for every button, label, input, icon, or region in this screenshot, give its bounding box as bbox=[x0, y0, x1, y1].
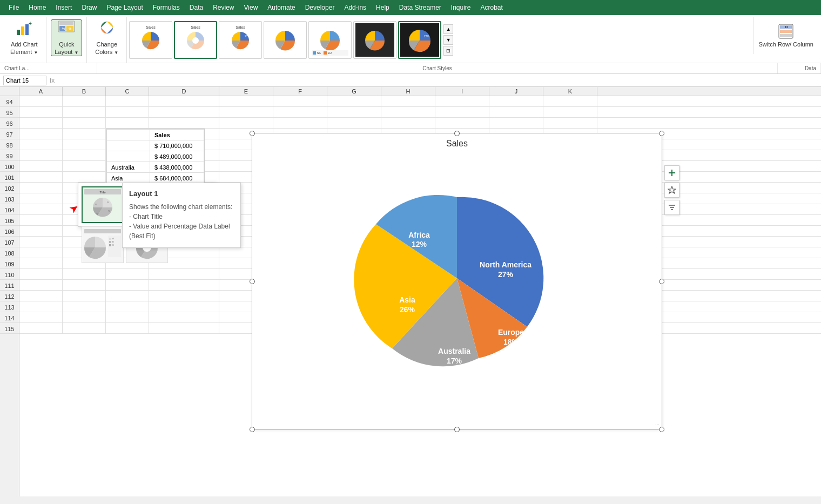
layout-4-thumb[interactable]: A B C bbox=[82, 226, 124, 263]
col-A[interactable]: A bbox=[19, 87, 63, 96]
cell-94-H[interactable] bbox=[381, 96, 435, 107]
menu-automate[interactable]: Automate bbox=[263, 2, 299, 14]
col-K[interactable]: K bbox=[543, 87, 597, 96]
cell-111-A[interactable] bbox=[19, 280, 63, 291]
menu-review[interactable]: Review bbox=[208, 2, 238, 14]
cell-95-H[interactable] bbox=[381, 107, 435, 118]
menu-insert[interactable]: Insert bbox=[51, 2, 76, 14]
cell-112-B[interactable] bbox=[63, 291, 106, 301]
cell-96-F[interactable] bbox=[273, 118, 327, 129]
cell-98-B[interactable] bbox=[63, 139, 106, 150]
cell-101-B[interactable] bbox=[63, 172, 106, 183]
menu-data[interactable]: Data bbox=[185, 2, 207, 14]
cell-95-K[interactable] bbox=[543, 107, 597, 118]
cell-96-I[interactable] bbox=[435, 118, 489, 129]
col-J[interactable]: J bbox=[489, 87, 543, 96]
cell-94-A[interactable] bbox=[19, 96, 63, 107]
cell-94-C[interactable] bbox=[106, 96, 149, 107]
cell-111-C[interactable] bbox=[106, 280, 149, 291]
cell-95-J[interactable] bbox=[489, 107, 543, 118]
cell-94-F[interactable] bbox=[273, 96, 327, 107]
col-B[interactable]: B bbox=[63, 87, 106, 96]
handle-bc[interactable] bbox=[454, 427, 460, 432]
cell-94-G[interactable] bbox=[327, 96, 381, 107]
quick-layout-button[interactable]: % % QuickLayout ▼ bbox=[51, 19, 82, 56]
cell-114-C[interactable] bbox=[106, 312, 149, 323]
cell-102-A[interactable] bbox=[19, 183, 63, 193]
cell-113-D[interactable] bbox=[149, 301, 219, 312]
chart-styles-icon[interactable] bbox=[664, 183, 679, 198]
add-chart-element-icon[interactable] bbox=[664, 165, 679, 180]
col-H[interactable]: H bbox=[381, 87, 435, 96]
col-C[interactable]: C bbox=[106, 87, 149, 96]
cell-94-J[interactable] bbox=[489, 96, 543, 107]
chart-container[interactable]: ⋯ Sales A bbox=[252, 133, 662, 430]
scroll-more-button[interactable]: ⊡ bbox=[443, 46, 453, 56]
menu-add-ins[interactable]: Add-ins bbox=[340, 2, 371, 14]
cell-94-D[interactable] bbox=[149, 96, 219, 107]
switch-row-column-button[interactable]: Switch Row/ Column bbox=[753, 17, 819, 54]
cell-115-D[interactable] bbox=[149, 323, 219, 334]
cell-108-A[interactable] bbox=[19, 247, 63, 258]
cell-111-B[interactable] bbox=[63, 280, 106, 291]
handle-tr[interactable] bbox=[659, 131, 664, 136]
cell-95-A[interactable] bbox=[19, 107, 63, 118]
cell-96-B[interactable] bbox=[63, 118, 106, 129]
menu-data-streamer[interactable]: Data Streamer bbox=[395, 2, 446, 14]
cell-112-D[interactable] bbox=[149, 291, 219, 301]
chart-title[interactable]: Sales bbox=[252, 133, 662, 154]
cell-111-D[interactable] bbox=[149, 280, 219, 291]
chart-filters-icon[interactable] bbox=[664, 200, 679, 215]
cell-115-B[interactable] bbox=[63, 323, 106, 334]
cell-112-A[interactable] bbox=[19, 291, 63, 301]
chart-style-6[interactable] bbox=[353, 21, 396, 59]
cell-101-A[interactable] bbox=[19, 172, 63, 183]
menu-inquire[interactable]: Inquire bbox=[447, 2, 475, 14]
cell-95-G[interactable] bbox=[327, 107, 381, 118]
col-F[interactable]: F bbox=[273, 87, 327, 96]
menu-acrobat[interactable]: Acrobat bbox=[476, 2, 507, 14]
cell-110-B[interactable] bbox=[63, 269, 106, 280]
scroll-down-button[interactable]: ▼ bbox=[443, 35, 453, 45]
menu-page-layout[interactable]: Page Layout bbox=[102, 2, 147, 14]
chart-style-7[interactable]: 27% bbox=[398, 21, 441, 59]
cell-94-I[interactable] bbox=[435, 96, 489, 107]
cell-96-H[interactable] bbox=[381, 118, 435, 129]
cell-95-E[interactable] bbox=[219, 107, 273, 118]
cell-106-A[interactable] bbox=[19, 226, 63, 237]
cell-109-A[interactable] bbox=[19, 258, 63, 269]
cell-98-A[interactable] bbox=[19, 139, 63, 150]
cell-96-E[interactable] bbox=[219, 118, 273, 129]
cell-110-A[interactable] bbox=[19, 269, 63, 280]
cell-110-D[interactable] bbox=[149, 269, 219, 280]
cell-115-A[interactable] bbox=[19, 323, 63, 334]
cell-97-B[interactable] bbox=[63, 129, 106, 139]
handle-ml[interactable] bbox=[250, 279, 255, 284]
handle-br[interactable] bbox=[659, 427, 664, 432]
cell-99-A[interactable] bbox=[19, 150, 63, 161]
cell-94-E[interactable] bbox=[219, 96, 273, 107]
chart-style-4[interactable] bbox=[264, 21, 307, 59]
menu-view[interactable]: View bbox=[240, 2, 263, 14]
cell-110-C[interactable] bbox=[106, 269, 149, 280]
cell-96-G[interactable] bbox=[327, 118, 381, 129]
menu-draw[interactable]: Draw bbox=[77, 2, 101, 14]
cell-105-A[interactable] bbox=[19, 215, 63, 226]
col-E[interactable]: E bbox=[219, 87, 273, 96]
chart-style-1[interactable]: Sales bbox=[129, 21, 172, 59]
cell-103-A[interactable] bbox=[19, 193, 63, 204]
cell-95-D[interactable] bbox=[149, 107, 219, 118]
cell-96-D[interactable] bbox=[149, 118, 219, 129]
chart-style-3[interactable]: Sales 27% bbox=[219, 21, 262, 59]
col-I[interactable]: I bbox=[435, 87, 489, 96]
cell-95-F[interactable] bbox=[273, 107, 327, 118]
handle-tc[interactable] bbox=[454, 131, 460, 136]
cell-100-B[interactable] bbox=[63, 161, 106, 172]
handle-tl[interactable] bbox=[250, 131, 255, 136]
cell-96-K[interactable] bbox=[543, 118, 597, 129]
chart-style-5[interactable]: NA EU bbox=[308, 21, 352, 59]
scroll-up-button[interactable]: ▲ bbox=[443, 24, 453, 34]
cell-96-C[interactable] bbox=[106, 118, 149, 129]
menu-developer[interactable]: Developer bbox=[301, 2, 339, 14]
cell-113-A[interactable] bbox=[19, 301, 63, 312]
